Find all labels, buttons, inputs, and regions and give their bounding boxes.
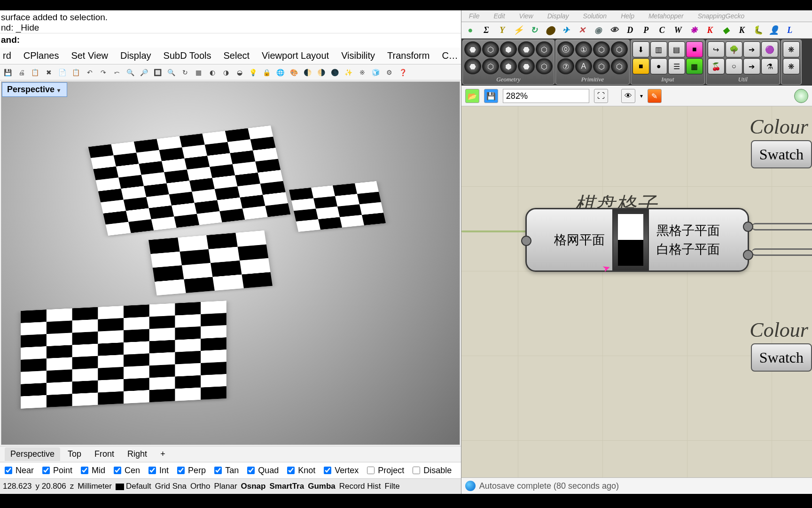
- category-tab[interactable]: ❋: [687, 24, 701, 36]
- toolbar-icon[interactable]: 🌓: [302, 66, 313, 78]
- menu-item[interactable]: SubD Tools: [164, 50, 211, 61]
- colour-swatch-1[interactable]: Swatch: [751, 140, 812, 168]
- component-icon[interactable]: 🍒: [708, 58, 725, 74]
- toolbar-icon[interactable]: 🌑: [329, 66, 341, 78]
- category-tab[interactable]: ✕: [575, 24, 589, 36]
- component-icon[interactable]: ⬢: [500, 58, 517, 74]
- toolbar-icon[interactable]: ↻: [179, 66, 191, 78]
- category-tab[interactable]: Y: [495, 24, 509, 36]
- component-icon[interactable]: ⬣: [518, 58, 535, 74]
- toolbar-icon[interactable]: 🔍: [165, 66, 177, 78]
- toolbar-icon[interactable]: ✨: [343, 66, 354, 78]
- toolbar-icon[interactable]: ▦: [193, 66, 204, 78]
- viewport-tab[interactable]: Perspective: [5, 447, 60, 461]
- menu-item[interactable]: C…: [442, 50, 458, 61]
- category-tab[interactable]: 👤: [767, 24, 781, 36]
- command-input[interactable]: [23, 34, 460, 46]
- toolbar-icon[interactable]: ⚙: [383, 66, 395, 78]
- open-icon[interactable]: 📂: [465, 89, 479, 103]
- checker-component[interactable]: 格网平面 黑格子平面 白格子平面: [525, 208, 749, 272]
- toolbar-icon[interactable]: 🔒: [261, 66, 273, 78]
- component-icon[interactable]: ☰: [668, 58, 685, 74]
- osnap-near[interactable]: Near: [3, 465, 34, 476]
- zoom-input[interactable]: [503, 89, 589, 103]
- component-icon[interactable]: ●: [650, 58, 667, 74]
- viewport-tab[interactable]: Front: [89, 447, 120, 461]
- category-tab[interactable]: P: [639, 24, 653, 36]
- viewport-tab[interactable]: +: [155, 447, 171, 461]
- osnap-project[interactable]: Project: [365, 465, 404, 476]
- toolbar-icon[interactable]: ↷: [97, 66, 109, 78]
- toolbar-icon[interactable]: ◑: [220, 66, 232, 78]
- component-icon[interactable]: ⬡: [593, 58, 610, 74]
- menu-item[interactable]: Set View: [71, 50, 108, 61]
- component-icon[interactable]: ▦: [686, 58, 703, 74]
- osnap-perp[interactable]: Perp: [175, 465, 206, 476]
- component-icon[interactable]: ❋: [783, 41, 800, 57]
- toolbar-icon[interactable]: 💾: [2, 66, 14, 78]
- component-icon[interactable]: ▥: [650, 41, 667, 57]
- toolbar-icon[interactable]: 🖨: [16, 66, 27, 78]
- component-icon[interactable]: A: [575, 58, 592, 74]
- output-grip-1[interactable]: [743, 222, 753, 232]
- component-icon[interactable]: ⬡: [611, 58, 628, 74]
- osnap-cen[interactable]: Cen: [112, 465, 140, 476]
- osnap-vertex[interactable]: Vertex: [322, 465, 359, 476]
- osnap-mid[interactable]: Mid: [79, 465, 105, 476]
- component-icon[interactable]: ⑦: [557, 58, 574, 74]
- category-tab[interactable]: ⬤: [543, 24, 557, 36]
- category-tab[interactable]: ◆: [719, 24, 733, 36]
- component-icon[interactable]: ➔: [743, 58, 760, 74]
- menu-item[interactable]: rd: [3, 50, 11, 61]
- osnap-int[interactable]: Int: [147, 465, 169, 476]
- output-grip-2[interactable]: [743, 250, 753, 260]
- toolbar-icon[interactable]: 🔲: [152, 66, 164, 78]
- perspective-viewport[interactable]: [1, 81, 460, 445]
- toolbar-icon[interactable]: ⤺: [111, 66, 123, 78]
- category-tab[interactable]: K: [735, 24, 749, 36]
- toolbar-icon[interactable]: ◒: [234, 66, 245, 78]
- component-icon[interactable]: ❋: [783, 58, 800, 74]
- category-tab[interactable]: L: [783, 24, 797, 36]
- toolbar-icon[interactable]: 💡: [247, 66, 259, 78]
- toolbar-icon[interactable]: 🌗: [315, 66, 327, 78]
- component-icon[interactable]: ⓪: [557, 41, 574, 57]
- component-icon[interactable]: ①: [575, 41, 592, 57]
- component-icon[interactable]: ↪: [708, 41, 725, 57]
- component-icon[interactable]: ⬡: [536, 58, 553, 74]
- category-tab[interactable]: C: [655, 24, 669, 36]
- category-tab[interactable]: Σ: [479, 24, 493, 36]
- colour-swatch-2[interactable]: Swatch: [751, 343, 812, 372]
- category-tab[interactable]: K: [703, 24, 717, 36]
- category-tab[interactable]: ✈: [559, 24, 573, 36]
- component-icon[interactable]: 🟣: [761, 41, 778, 57]
- toolbar-icon[interactable]: 🎨: [288, 66, 300, 78]
- zoom-extents-icon[interactable]: ⛶: [594, 89, 608, 103]
- component-icon[interactable]: ○: [726, 58, 742, 74]
- viewport-tab[interactable]: Right: [122, 447, 153, 461]
- component-icon[interactable]: ⚗: [761, 58, 778, 74]
- command-line[interactable]: and:: [0, 33, 461, 48]
- toolbar-icon[interactable]: 🌐: [274, 66, 286, 78]
- menu-item[interactable]: Transform: [387, 50, 429, 61]
- component-icon[interactable]: ■: [686, 41, 703, 57]
- gh-canvas[interactable]: Colour Swatch 棋盘格子 格网平面: [461, 106, 812, 494]
- toolbar-icon[interactable]: ↶: [84, 66, 95, 78]
- profile-icon[interactable]: [794, 89, 808, 103]
- component-icon[interactable]: ⬡: [593, 41, 610, 57]
- component-icon[interactable]: ⬡: [482, 58, 499, 74]
- component-icon[interactable]: 🌳: [726, 41, 742, 57]
- input-grip[interactable]: [521, 236, 531, 246]
- category-tab[interactable]: D: [623, 24, 637, 36]
- toolbar-icon[interactable]: 🔍: [125, 66, 136, 78]
- component-icon[interactable]: ⬡: [482, 41, 499, 57]
- component-icon[interactable]: ➔: [743, 41, 760, 57]
- viewport-title[interactable]: Perspective: [2, 82, 67, 97]
- category-tab[interactable]: ↻: [527, 24, 541, 36]
- category-tab[interactable]: W: [671, 24, 685, 36]
- osnap-disable[interactable]: Disable: [411, 465, 452, 476]
- menu-item[interactable]: CPlanes: [23, 50, 59, 61]
- category-tab[interactable]: 🐛: [751, 24, 765, 36]
- component-icon[interactable]: ⬡: [536, 41, 553, 57]
- toolbar-icon[interactable]: ❓: [397, 66, 409, 78]
